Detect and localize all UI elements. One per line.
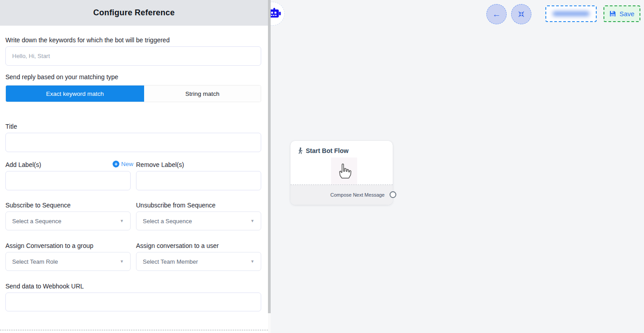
chevron-down-icon: ▼ bbox=[250, 219, 254, 223]
hand-cursor-area bbox=[331, 158, 357, 184]
webhook-input[interactable] bbox=[5, 292, 261, 311]
remove-labels-input[interactable] bbox=[136, 171, 261, 190]
hand-cursor-icon bbox=[336, 162, 352, 180]
blurred-label bbox=[553, 11, 590, 16]
save-label: Save bbox=[619, 10, 634, 18]
new-label-text: New bbox=[121, 161, 133, 167]
back-button[interactable]: ← bbox=[486, 4, 507, 24]
assign-user-label: Assign conversation to a user bbox=[136, 242, 219, 249]
unsubscribe-sequence-label: Unsubscribe from Sequence bbox=[136, 202, 216, 209]
assign-group-value: Select Team Role bbox=[12, 258, 58, 265]
chevron-down-icon: ▼ bbox=[120, 259, 124, 264]
assign-group-select[interactable]: Select Team Role ▼ bbox=[5, 252, 131, 271]
webhook-label: Send data to Webhook URL bbox=[5, 283, 84, 290]
redacted-action-button[interactable] bbox=[545, 5, 597, 22]
unsubscribe-sequence-value: Select a Sequence bbox=[143, 218, 192, 225]
start-bot-flow-node[interactable]: Start Bot Flow Compose Next Message bbox=[290, 141, 393, 205]
chevron-down-icon: ▼ bbox=[120, 219, 124, 223]
assign-user-value: Select Team Member bbox=[143, 258, 198, 265]
title-input[interactable] bbox=[5, 133, 261, 152]
tab-string-match[interactable]: String match bbox=[144, 86, 261, 102]
plus-icon: + bbox=[113, 161, 119, 167]
remove-labels-label: Remove Label(s) bbox=[136, 161, 184, 168]
panel-bottom-divider bbox=[0, 330, 268, 330]
panel-header: Configure Reference bbox=[0, 0, 268, 26]
new-label-link[interactable]: + New bbox=[113, 161, 133, 167]
subscribe-sequence-value: Select a Sequence bbox=[12, 218, 61, 225]
fit-view-button[interactable] bbox=[511, 4, 531, 24]
assign-user-select[interactable]: Select Team Member ▼ bbox=[136, 252, 261, 271]
compress-icon bbox=[517, 10, 525, 18]
subscribe-sequence-label: Subscribe to Sequence bbox=[5, 202, 71, 209]
node-header: Start Bot Flow bbox=[290, 141, 393, 154]
keywords-label: Write down the keywords for which the bo… bbox=[5, 36, 170, 44]
panel-title: Configure Reference bbox=[93, 8, 175, 18]
back-arrow-icon: ← bbox=[492, 10, 501, 18]
flow-canvas[interactable]: ← Save bbox=[271, 0, 644, 333]
matching-type-tabs: Exact keyword match String match bbox=[5, 85, 261, 102]
assign-group-label: Assign Conversation to a group bbox=[5, 242, 93, 249]
compose-next-message-label[interactable]: Compose Next Message bbox=[331, 192, 385, 198]
walking-person-icon bbox=[297, 147, 303, 154]
configure-reference-panel: Configure Reference Write down the keywo… bbox=[0, 0, 268, 333]
add-labels-input[interactable] bbox=[5, 171, 131, 190]
keywords-input[interactable] bbox=[5, 46, 261, 66]
node-footer: Compose Next Message bbox=[290, 185, 393, 205]
save-floppy-icon bbox=[609, 10, 616, 17]
add-labels-label: Add Label(s) bbox=[5, 161, 41, 168]
subscribe-sequence-select[interactable]: Select a Sequence ▼ bbox=[5, 212, 131, 230]
robot-icon bbox=[271, 7, 281, 20]
node-title: Start Bot Flow bbox=[306, 147, 349, 154]
tab-exact-keyword-match[interactable]: Exact keyword match bbox=[6, 86, 144, 102]
title-label: Title bbox=[5, 123, 17, 130]
unsubscribe-sequence-select[interactable]: Select a Sequence ▼ bbox=[136, 212, 261, 230]
node-output-port[interactable] bbox=[390, 191, 396, 198]
save-button[interactable]: Save bbox=[603, 5, 640, 22]
bot-flow-builder: Configure Reference Write down the keywo… bbox=[0, 0, 644, 333]
matching-type-label: Send reply based on your matching type bbox=[5, 73, 118, 81]
chevron-down-icon: ▼ bbox=[250, 259, 254, 264]
